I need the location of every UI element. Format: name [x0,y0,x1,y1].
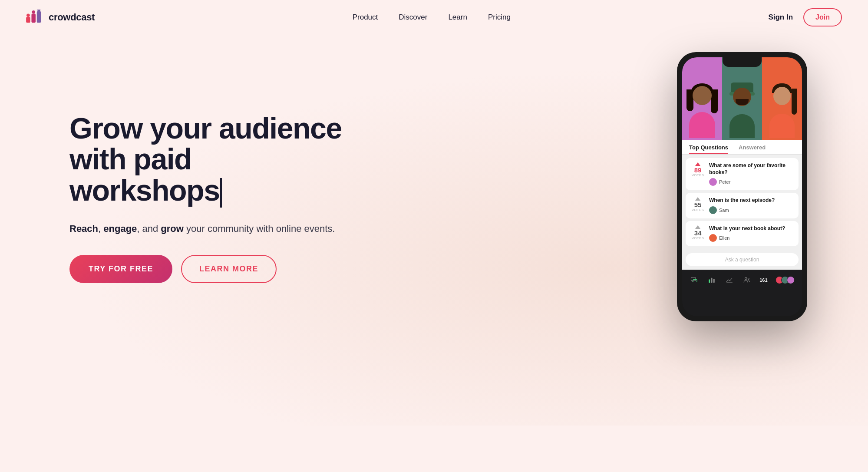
qa-votes-2: 55 VOTES [691,197,705,212]
avatar-person1 [685,77,719,138]
qa-question-3: What is your next book about? [709,225,793,232]
nav-product[interactable]: Product [353,13,378,21]
person3-head [773,87,791,105]
chart-icon[interactable] [725,275,734,285]
svg-point-13 [748,278,749,279]
person3-hair-long [792,89,797,115]
subtext-grow: grow [161,223,184,234]
vote-arrow-up-1[interactable] [695,162,700,166]
nav-learn[interactable]: Learn [448,13,467,21]
qa-input-area: Ask a question [682,250,802,270]
phone-bottom-bar: 161 [682,270,802,290]
asker-avatar-2 [709,206,717,214]
hero-buttons: TRY FOR FREE LEARN MORE [69,255,347,283]
svg-point-12 [745,277,747,280]
nav-links: Product Discover Learn Pricing [353,13,511,22]
tab-top-questions[interactable]: Top Questions [689,144,728,154]
phone-screen: Top Questions Answered 89 VOTES What are… [682,57,802,316]
vote-label-1: VOTES [692,173,704,177]
text-cursor [220,178,222,208]
asker-avatar-3 [709,234,717,242]
asker-name-2: Sam [719,208,729,213]
logo-link[interactable]: crowdcast [26,10,95,25]
qa-votes-3: 34 VOTES [691,225,705,240]
asker-name-3: Ellen [719,235,729,241]
subtext-reach: Reach [69,223,98,234]
nav-pricing[interactable]: Pricing [488,13,511,21]
avatar-person2 [725,77,759,138]
chat-icon[interactable] [690,275,699,285]
svg-rect-10 [713,279,715,283]
cluster-avatar-3 [787,276,795,284]
vote-label-2: VOTES [692,208,704,212]
qa-asker-2: Sam [709,206,793,214]
qa-asker-1: Peter [709,178,793,186]
video-cell-2 [722,57,762,140]
svg-point-4 [32,10,35,14]
person1-body [689,112,715,138]
phone-mockup: Top Questions Answered 89 VOTES What are… [677,52,807,321]
svg-point-5 [37,10,41,11]
nav-actions: Sign In Join [768,8,842,26]
person3-body [769,114,795,138]
avatar-person3 [765,77,799,138]
avatars-cluster [776,276,795,284]
headline-line2: with paid workshops [69,142,219,206]
person1-head [693,86,712,105]
svg-rect-0 [26,17,30,23]
hero-content: Grow your audience with paid workshops R… [69,61,347,283]
join-button[interactable]: Join [803,8,842,26]
signin-link[interactable]: Sign In [768,13,793,22]
qa-items: 89 VOTES What are some of your favorite … [682,155,802,250]
vote-arrow-up-2[interactable] [695,197,700,201]
video-cell-3 [762,57,802,140]
learn-more-button[interactable]: LEARN MORE [181,255,277,283]
svg-rect-2 [37,11,41,23]
hero-section: Grow your audience with paid workshops R… [0,35,868,426]
phone-notch [723,57,762,67]
video-grid [682,57,802,140]
vote-count-3: 34 [694,230,702,236]
hero-subtext: Reach, engage, and grow your community w… [69,221,347,236]
poll-icon[interactable] [707,275,716,285]
tab-answered[interactable]: Answered [739,144,766,154]
asker-avatar-1 [709,178,717,186]
svg-rect-1 [31,13,35,23]
svg-rect-6 [691,277,696,281]
nav-discover[interactable]: Discover [399,13,427,21]
qa-votes-1: 89 VOTES [691,162,705,177]
qa-content-3: What is your next book about? Ellen [709,225,793,242]
viewer-count: 161 [759,277,767,283]
qa-item-1: 89 VOTES What are some of your favorite … [686,158,799,190]
logo-icon [26,10,44,25]
video-cell-1 [682,57,722,140]
qa-item-2: 55 VOTES When is the next episode? Sam [686,193,799,218]
subtext-engage: engage [103,223,137,234]
phone-frame: Top Questions Answered 89 VOTES What are… [677,52,807,321]
vote-arrow-up-3[interactable] [695,225,700,229]
qa-asker-3: Ellen [709,234,793,242]
svg-point-3 [26,13,30,17]
qa-content-2: When is the next episode? Sam [709,197,793,214]
logo-text: crowdcast [49,12,95,23]
vote-label-3: VOTES [692,236,704,240]
people-icon[interactable] [742,275,752,285]
vote-count-1: 89 [694,167,702,173]
headline-line1: Grow your audience [69,112,342,145]
qa-content-1: What are some of your favorite books? Pe… [709,162,793,186]
qa-item-3: 34 VOTES What is your next book about? E… [686,221,799,247]
navbar: crowdcast Product Discover Learn Pricing… [0,0,868,35]
try-for-free-button[interactable]: TRY FOR FREE [69,255,172,283]
hero-headline: Grow your audience with paid workshops [69,113,347,208]
qa-tabs: Top Questions Answered [682,140,802,155]
qa-question-2: When is the next episode? [709,197,793,204]
qa-question-1: What are some of your favorite books? [709,162,793,176]
svg-rect-8 [709,279,710,283]
person2-body [729,114,755,138]
person2-beard [736,99,749,105]
svg-rect-9 [711,278,713,283]
asker-name-1: Peter [719,179,730,185]
ask-question-input[interactable]: Ask a question [686,253,799,266]
vote-count-2: 55 [694,201,702,208]
